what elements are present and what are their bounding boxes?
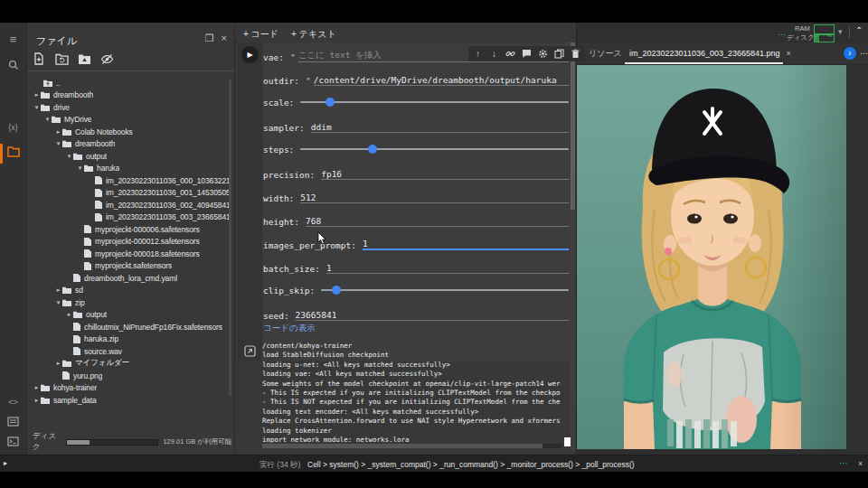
settings-gear-icon[interactable]: [538, 49, 548, 59]
tree-item-file[interactable]: haruka.zip: [27, 333, 231, 346]
file-tree-scrollbar[interactable]: [229, 80, 231, 396]
upload-file-icon[interactable]: [33, 52, 46, 66]
collapse-panel-icon[interactable]: ⌃: [855, 25, 863, 35]
tab-image-preview[interactable]: im_20230223011036_003_23665841.png×: [629, 42, 791, 64]
scroll-tabs-icon[interactable]: ›: [844, 47, 856, 60]
slider-thumb[interactable]: [326, 98, 335, 107]
run-cell-button[interactable]: ▶: [241, 46, 259, 63]
tree-item-folder[interactable]: ▾drive: [27, 101, 231, 114]
tree-item-file[interactable]: source.wav: [27, 345, 231, 358]
tree-item-folder[interactable]: ..: [27, 77, 231, 89]
caret-right-icon[interactable]: ▸: [54, 286, 62, 294]
disk-available-text: 129.01 GB が利用可能: [163, 437, 231, 446]
tab-overflow-icon[interactable]: ⋯: [860, 49, 868, 58]
search-icon[interactable]: [0, 60, 26, 73]
cell-gutter: [238, 42, 262, 361]
add-text-button[interactable]: + テキスト: [291, 28, 336, 41]
tree-item-folder[interactable]: ▸マイフォルダー: [27, 358, 231, 371]
tree-item-folder[interactable]: ▾haruka: [27, 163, 231, 175]
field-label: scale:: [263, 98, 294, 108]
new-folder-icon[interactable]: [55, 52, 69, 66]
tree-item-folder[interactable]: ▸Colab Notebooks: [27, 126, 231, 138]
text-input[interactable]: 1: [363, 239, 569, 250]
close-panel-icon[interactable]: ×: [222, 33, 227, 44]
tree-item-file[interactable]: myprojeckt-000018.safetensors: [27, 248, 231, 260]
tree-item-folder[interactable]: ▾output: [27, 150, 231, 163]
terminal-icon[interactable]: [0, 436, 26, 449]
tree-item-folder[interactable]: ▸sd: [27, 285, 231, 297]
slider-track[interactable]: [321, 289, 569, 291]
tree-item-file[interactable]: myprojeckt.safetensors: [27, 260, 231, 273]
slider-track[interactable]: [300, 101, 569, 103]
text-input[interactable]: 768: [306, 216, 569, 227]
variables-icon[interactable]: {x}: [0, 121, 26, 134]
caret-right-icon[interactable]: ▸: [33, 397, 41, 404]
slider-thumb[interactable]: [368, 145, 377, 154]
text-input[interactable]: ddim: [311, 122, 569, 133]
slider-track[interactable]: [300, 148, 569, 150]
caret-right-icon[interactable]: ▸: [65, 311, 73, 318]
tree-item-file[interactable]: myprojeckt-000006.safetensors: [27, 223, 231, 236]
tree-item-folder[interactable]: ▸output: [27, 309, 231, 322]
slider-thumb[interactable]: [332, 286, 341, 295]
tree-item-folder[interactable]: ▸sample_data: [27, 394, 231, 407]
console-line: /content/kohya-trainer: [262, 342, 561, 351]
input-value: /content/drive/MyDrive/dreambooth/output…: [314, 75, 557, 85]
console-line: - This IS expected if you are initializi…: [262, 389, 561, 398]
mirror-cell-icon[interactable]: [554, 49, 564, 59]
tree-item-file[interactable]: dreambooth_lora_cmd.yaml: [27, 272, 231, 285]
status-close-icon[interactable]: ×: [858, 459, 863, 468]
caret-down-icon[interactable]: ▾: [76, 164, 84, 172]
open-in-window-icon[interactable]: ❐: [205, 33, 214, 44]
link-cell-icon[interactable]: [505, 49, 515, 59]
caret-down-icon[interactable]: ▾: [54, 140, 62, 147]
show-code-link[interactable]: コードの表示: [263, 323, 316, 334]
status-more-icon[interactable]: ⋯: [839, 458, 849, 468]
hide-hidden-files-icon[interactable]: [100, 52, 114, 66]
tab-resources[interactable]: リソース: [589, 42, 622, 64]
text-input[interactable]: 23665841: [296, 310, 569, 321]
folder-icon: [62, 128, 71, 136]
execution-trace: Cell > system() > _system_compat() > _ru…: [307, 460, 635, 469]
close-tab-icon[interactable]: ×: [787, 49, 791, 58]
tree-item-folder[interactable]: ▾MyDrive: [27, 114, 231, 127]
string-quote: ": [290, 52, 296, 62]
mount-drive-icon[interactable]: [78, 52, 91, 66]
menu-icon[interactable]: ≡: [0, 33, 26, 46]
caret-down-icon[interactable]: ▾: [54, 299, 62, 306]
tree-item-file[interactable]: myprojeckt-000012.safetensors: [27, 236, 231, 249]
caret-down-icon[interactable]: ▾: [43, 116, 52, 123]
tree-item-label: haruka.zip: [84, 334, 118, 343]
tree-item-file[interactable]: yuru.png: [27, 370, 231, 382]
tree-item-folder[interactable]: ▾zip: [27, 296, 231, 309]
code-snippets-icon[interactable]: <>: [0, 396, 26, 408]
comment-icon[interactable]: [522, 49, 532, 59]
caret-down-icon[interactable]: ▾: [65, 153, 73, 160]
text-input[interactable]: 1: [326, 263, 569, 274]
notebook-vertical-scrollbar[interactable]: [571, 42, 575, 451]
move-cell-down-icon[interactable]: ↓: [489, 49, 499, 59]
text-input[interactable]: /content/drive/MyDrive/dreambooth/output…: [314, 75, 569, 86]
caret-right-icon[interactable]: ▸: [54, 360, 62, 367]
tree-item-file[interactable]: im_20230223011036_001_14530505...: [27, 187, 231, 200]
delete-cell-icon[interactable]: [571, 49, 580, 59]
caret-right-icon[interactable]: ▸: [33, 384, 41, 391]
tree-item-file[interactable]: im_20230223011036_000_10363221...: [27, 174, 231, 187]
move-cell-up-icon[interactable]: ↑: [473, 49, 483, 59]
caret-right-icon[interactable]: ▸: [54, 128, 62, 136]
tree-item-folder[interactable]: ▸kohya-trainer: [27, 382, 231, 395]
tree-item-folder[interactable]: ▾dreambooth: [27, 138, 231, 151]
caret-down-icon[interactable]: ▾: [33, 104, 41, 111]
tree-item-file[interactable]: im_20230223011036_003_23665841...: [27, 211, 231, 224]
tree-item-file[interactable]: chilloutmix_NiPrunedFp16Fix.safetensors: [27, 321, 231, 333]
resources-dropdown-icon[interactable]: ▾: [838, 27, 843, 36]
files-icon[interactable]: [0, 146, 26, 160]
tree-item-folder[interactable]: ▸dreambooth: [27, 89, 231, 102]
add-code-button[interactable]: + コード: [243, 28, 278, 41]
commands-icon[interactable]: [0, 417, 26, 429]
caret-right-icon[interactable]: ▸: [33, 91, 41, 99]
text-input[interactable]: 512: [300, 192, 569, 203]
output-horizontal-scrollbar[interactable]: [262, 444, 561, 448]
text-input[interactable]: fp16: [321, 169, 569, 180]
tree-item-file[interactable]: im_20230223011036_002_40945841...: [27, 199, 231, 211]
